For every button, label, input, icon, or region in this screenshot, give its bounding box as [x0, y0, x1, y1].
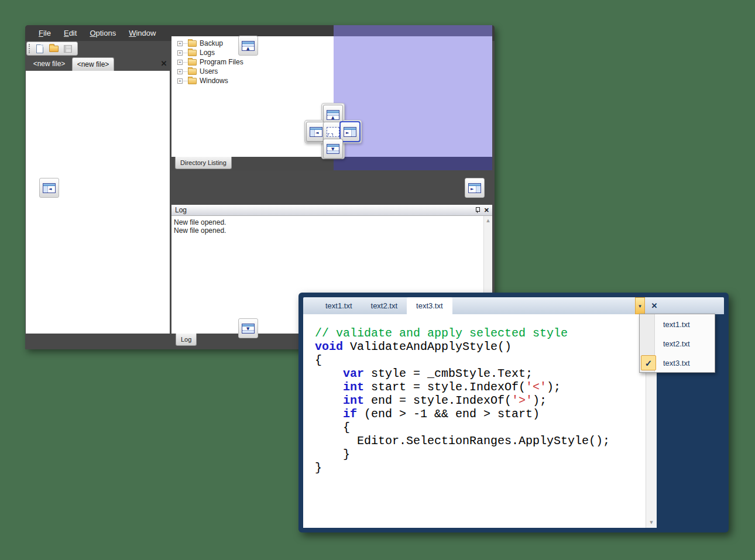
code-line: void ValidateAndApplyStyle() [315, 340, 610, 353]
code-line: var style = _cmbStyle.Text; [315, 367, 610, 380]
dock-cross-bottom[interactable]: ▼ [323, 139, 343, 159]
document-tab[interactable]: <new file> [29, 57, 70, 71]
new-file-button[interactable] [33, 43, 47, 54]
directory-panel-bottom-tab[interactable]: Directory Listing [175, 157, 232, 169]
tree-item-users[interactable]: +Users [171, 67, 330, 76]
code-token: style = _cmbStyle.Text; [364, 367, 533, 380]
expand-icon[interactable]: + [177, 60, 183, 65]
dock-guide-top[interactable]: ▲ [238, 36, 258, 56]
tab-dropdown-button[interactable]: ▼ [635, 297, 645, 314]
mini-shade [351, 130, 356, 136]
code-window-close-button[interactable]: ✕ [648, 297, 661, 314]
code-token: end = style.IndexOf( [364, 394, 512, 407]
dock-mini-window-icon: ▼ [327, 144, 339, 154]
log-panel-titlebar[interactable]: Log ✕ [171, 205, 492, 216]
folder-icon [188, 40, 197, 47]
dock-mini-window-icon: ▼ [242, 324, 255, 334]
code-tab-strip: text1.txttext2.txttext3.txt ▼ ✕ [303, 297, 724, 314]
code-editor[interactable]: // validate and apply selected stylevoid… [303, 314, 657, 528]
mini-shade [310, 130, 315, 136]
dropdown-item-label: text2.txt [663, 334, 690, 353]
folder-icon [188, 50, 197, 56]
code-token [315, 380, 343, 394]
code-tab-text3-txt[interactable]: text3.txt [407, 297, 452, 314]
menu-item-file[interactable]: File [32, 25, 57, 41]
tree-item-label: Logs [200, 49, 215, 57]
code-text: // validate and apply selected stylevoid… [315, 327, 610, 475]
tree-item-windows[interactable]: +Windows [171, 76, 330, 85]
expand-icon[interactable]: + [177, 41, 183, 46]
check-icon: ✓ [641, 355, 656, 370]
folder-icon [188, 68, 197, 75]
menu-item-options[interactable]: Options [83, 25, 122, 41]
code-line: { [315, 353, 610, 367]
log-line: New file opened. [171, 218, 492, 226]
floating-code-window: text1.txttext2.txttext3.txt ▼ ✕ // valid… [298, 293, 729, 532]
tab-dropdown-menu: text1.txttext2.txt✓text3.txt [639, 314, 715, 373]
mini-titlebar [327, 145, 339, 147]
code-line: } [315, 461, 610, 475]
expand-icon[interactable]: + [177, 69, 183, 74]
desktop: { "glyphs": { "close": "✕", "dropdown": … [0, 0, 755, 560]
code-token: } [315, 461, 322, 475]
dock-mini-window-icon: ◄ [43, 183, 56, 193]
save-button[interactable] [61, 43, 75, 54]
dock-arrow-right-icon: ► [471, 187, 473, 191]
code-token [315, 367, 343, 380]
expand-icon[interactable]: + [177, 50, 183, 56]
save-icon [64, 45, 72, 53]
mini-shade [476, 186, 481, 193]
code-line: if (end > -1 && end > start) [315, 407, 610, 421]
code-token: ); [533, 394, 547, 407]
dock-guide-bottom[interactable]: ▼ [238, 318, 258, 338]
code-token: // validate and apply selected style [315, 327, 568, 340]
code-token: Editor.SelectionRanges.ApplyStyle(); [315, 434, 610, 448]
log-panel-close-icon[interactable]: ✕ [484, 206, 489, 214]
tree-connector [183, 62, 187, 63]
menu-item-edit[interactable]: Edit [57, 25, 83, 41]
log-panel-bottom-tab[interactable]: Log [176, 334, 197, 346]
code-token [315, 407, 343, 421]
code-token: (end > -1 && end > start) [357, 407, 540, 421]
dock-mini-window-icon: ► [344, 127, 356, 137]
code-token: int [343, 380, 364, 394]
code-token: } [315, 448, 350, 461]
tree-item-label: Users [200, 67, 218, 75]
dock-preview-overlay-strip [334, 157, 492, 170]
tree-connector [183, 71, 187, 72]
tree-connector [183, 43, 187, 44]
document-tab[interactable]: <new file> [72, 57, 114, 71]
code-line: Editor.SelectionRanges.ApplyStyle(); [315, 434, 610, 448]
dropdown-item-text1-txt[interactable]: text1.txt [640, 315, 715, 334]
dock-arrow-down-icon: ▼ [246, 327, 249, 331]
code-tab-text1-txt[interactable]: text1.txt [316, 297, 362, 314]
code-token: if [343, 407, 357, 421]
dock-guide-left[interactable]: ◄ [39, 178, 59, 198]
scroll-up-icon[interactable]: ▲ [484, 218, 492, 223]
code-line: // validate and apply selected style [315, 327, 610, 340]
log-panel-title: Log [175, 206, 187, 214]
dropdown-item-text2-txt[interactable]: text2.txt [640, 334, 715, 353]
dock-arrow-left-icon: ◄ [315, 131, 318, 135]
code-tab-text2-txt[interactable]: text2.txt [362, 297, 407, 314]
dropdown-item-label: text1.txt [663, 315, 690, 334]
pin-icon[interactable] [475, 207, 480, 214]
expand-icon[interactable]: + [177, 78, 183, 84]
tree-item-label: Program Files [200, 58, 243, 66]
code-line: { [315, 421, 610, 434]
code-token: { [315, 353, 322, 367]
close-document-button[interactable]: ✕ [159, 59, 169, 69]
dock-guide-right[interactable]: ► [465, 178, 485, 198]
open-file-button[interactable] [47, 43, 61, 54]
dock-mini-window-icon: ▲ [327, 110, 339, 120]
tree-connector [183, 53, 187, 53]
menu-item-window[interactable]: Window [122, 25, 162, 41]
dropdown-item-text3-txt[interactable]: ✓text3.txt [640, 353, 715, 373]
dock-cross-right[interactable]: ► [340, 122, 360, 142]
dock-mini-window-icon: ◄ [310, 127, 322, 137]
scroll-down-icon[interactable]: ▼ [646, 520, 657, 525]
folder-icon [188, 78, 197, 84]
document-editor-pane[interactable] [26, 71, 170, 334]
toolbar-grip[interactable] [29, 44, 30, 53]
tree-item-program-files[interactable]: +Program Files [171, 57, 330, 67]
